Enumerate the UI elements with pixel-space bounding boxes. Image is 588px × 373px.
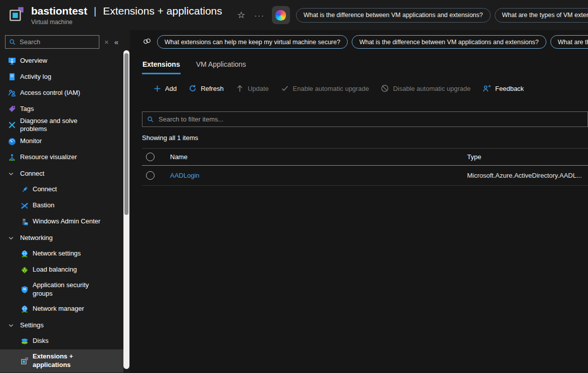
extensions-icon: [20, 356, 29, 365]
blocked-icon: [381, 84, 389, 92]
sidebar-item-label: Disks: [33, 337, 49, 345]
filter-search-input[interactable]: [159, 115, 583, 123]
blade-name: Extensions + applications: [103, 5, 222, 17]
sidebar-item-disks[interactable]: Disks: [0, 333, 123, 349]
sidebar-item-access-control[interactable]: Access control (IAM): [0, 85, 123, 101]
sidebar-nav: Overview Activity log Access control (IA…: [0, 53, 123, 372]
sidebar-item-diagnose[interactable]: Diagnose and solve problems: [0, 117, 123, 134]
tags-icon: [8, 105, 16, 113]
checkmark-icon: [281, 84, 289, 92]
sidebar-search-row: × «: [5, 35, 123, 49]
extensions-resource-icon: [7, 5, 26, 26]
sidebar-item-overview[interactable]: Overview: [0, 53, 123, 69]
update-arrow-icon: [236, 84, 244, 92]
sidebar-item-windows-admin-center[interactable]: Windows Admin Center: [0, 214, 123, 230]
add-icon: [154, 85, 161, 92]
column-header-name[interactable]: Name: [170, 153, 467, 161]
select-all-radio[interactable]: [146, 153, 155, 161]
application-security-groups-icon: [20, 285, 29, 294]
sidebar-scrollbar-thumb[interactable]: [124, 53, 128, 215]
sidebar-group-label: Connect: [20, 170, 44, 177]
bastion-icon: [20, 201, 29, 210]
sidebar-group-connect[interactable]: Connect: [0, 166, 123, 182]
copilot-suggestion-chips-top: What is the difference between VM applic…: [296, 8, 588, 23]
resource-name: bastiontest: [31, 5, 87, 17]
row-select-radio[interactable]: [146, 171, 155, 180]
overview-icon: [8, 57, 16, 65]
table-row[interactable]: AADLogin Microsoft.Azure.ActiveDirectory…: [142, 166, 588, 186]
connect-icon: [20, 185, 29, 194]
title-separator: |: [94, 5, 96, 17]
page-title: bastiontest | Extensions + applications: [31, 5, 222, 17]
page-header: bastiontest | Extensions + applications …: [0, 0, 588, 30]
copilot-chip[interactable]: What is the difference between VM applic…: [352, 35, 546, 49]
sidebar-item-tags[interactable]: Tags: [0, 101, 123, 117]
sidebar-group-label: Settings: [20, 321, 44, 329]
more-options-ellipsis-icon[interactable]: ···: [254, 11, 265, 20]
sidebar-group-label: Networking: [20, 234, 53, 241]
sidebar-item-connect[interactable]: Connect: [0, 182, 123, 198]
command-bar: Add Refresh Update Enable automatic upgr…: [148, 81, 588, 96]
copilot-chip[interactable]: What extensions can help me keep my virt…: [157, 35, 348, 49]
sidebar-item-application-security-groups[interactable]: Application security groups: [0, 278, 123, 301]
sidebar-item-label: Application security groups: [33, 281, 108, 298]
copilot-chip[interactable]: What are the types of VM extensions?: [495, 8, 588, 23]
sidebar-item-label: Bastion: [33, 201, 54, 209]
extension-name-link[interactable]: AADLogin: [170, 172, 467, 179]
refresh-button[interactable]: Refresh: [183, 81, 230, 96]
feedback-button[interactable]: Feedback: [477, 81, 530, 96]
copilot-icon: [275, 10, 286, 21]
copilot-chip[interactable]: What is the difference between VM applic…: [296, 8, 491, 23]
sidebar-item-label: Load balancing: [33, 266, 77, 274]
sidebar-item-label: Access control (IAM): [20, 89, 80, 97]
tab-vm-applications[interactable]: VM Applications: [196, 60, 247, 74]
disable-automatic-upgrade-button[interactable]: Disable automatic upgrade: [375, 81, 477, 96]
sidebar-item-label: Diagnose and solve problems: [20, 117, 95, 134]
enable-automatic-upgrade-button[interactable]: Enable automatic upgrade: [275, 81, 375, 96]
table-header-row: Name Type: [142, 148, 588, 166]
sidebar-item-label: Resource visualizer: [20, 153, 77, 161]
title-block: bastiontest | Extensions + applications …: [31, 5, 222, 26]
sidebar-item-resource-visualizer[interactable]: Resource visualizer: [0, 150, 123, 166]
add-button[interactable]: Add: [148, 81, 183, 96]
windows-admin-center-icon: [20, 217, 29, 226]
button-label: Update: [248, 85, 269, 92]
diagnose-icon: [8, 121, 16, 130]
chevron-down-icon: [8, 322, 15, 328]
tab-extensions[interactable]: Extensions: [142, 60, 181, 74]
extensions-table: Name Type AADLogin Microsoft.Azure.Activ…: [142, 148, 588, 186]
copilot-chip[interactable]: What are the types of VM extensions?: [550, 35, 588, 49]
disks-icon: [20, 337, 29, 345]
sidebar-item-bastion[interactable]: Bastion: [0, 198, 123, 214]
sidebar-search-box[interactable]: [5, 35, 99, 49]
sidebar-item-monitor[interactable]: Monitor: [0, 134, 123, 150]
button-label: Add: [165, 85, 177, 92]
button-label: Feedback: [495, 85, 524, 92]
sidebar-item-label: Overview: [20, 57, 47, 65]
filter-search-box[interactable]: [142, 111, 588, 127]
items-count-status: Showing all 1 items: [142, 134, 588, 142]
sidebar-item-network-manager[interactable]: Network manager: [0, 301, 123, 317]
copilot-suggestion-chips-inline: What extensions can help me keep my virt…: [142, 35, 588, 49]
sidebar-group-settings[interactable]: Settings: [0, 317, 123, 333]
sidebar-group-networking[interactable]: Networking: [0, 230, 123, 246]
sidebar-item-network-settings[interactable]: Network settings: [0, 246, 123, 262]
update-button[interactable]: Update: [230, 81, 275, 96]
sidebar-item-load-balancing[interactable]: Load balancing: [0, 262, 123, 278]
chevron-down-icon: [8, 171, 15, 177]
favorite-star-icon[interactable]: ☆: [237, 10, 245, 21]
resource-visualizer-icon: [8, 153, 16, 162]
activity-log-icon: [8, 73, 16, 81]
sidebar-item-label: Connect: [33, 185, 57, 193]
sidebar-collapse-icon[interactable]: «: [114, 38, 118, 46]
sidebar-item-activity-log[interactable]: Activity log: [0, 69, 123, 85]
extension-type-value: Microsoft.Azure.ActiveDirectory.AADL...: [467, 172, 588, 179]
access-control-icon: [8, 89, 16, 97]
sidebar-search-input[interactable]: [20, 38, 95, 46]
column-header-type[interactable]: Type: [467, 153, 588, 161]
resource-menu-sidebar: × « Overview Activity log: [0, 30, 130, 373]
sidebar-item-extensions-applications[interactable]: Extensions + applications: [0, 349, 123, 372]
copilot-button[interactable]: [272, 6, 290, 24]
search-clear-icon[interactable]: ×: [104, 38, 109, 46]
sidebar-scrollbar-track[interactable]: [123, 50, 129, 369]
